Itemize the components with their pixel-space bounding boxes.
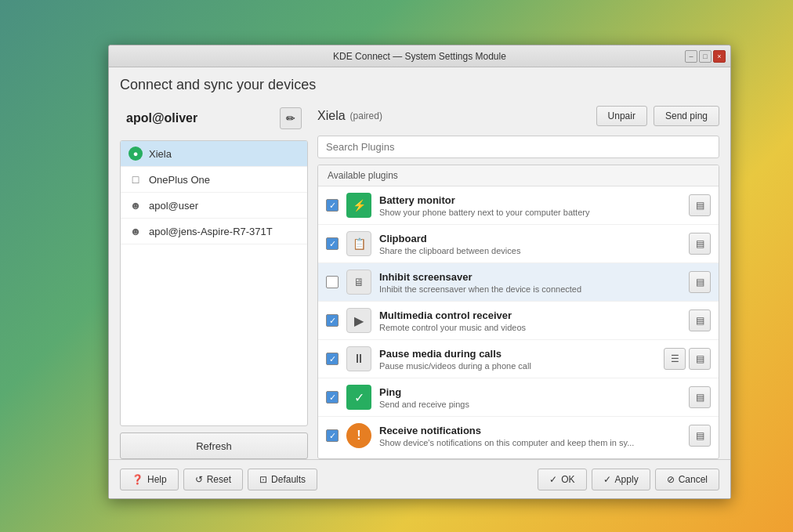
plugin-checkbox-notifications[interactable]: ✓ (326, 429, 339, 442)
plugins-container: Available plugins ✓ ⚡ Battery monitor Sh… (317, 165, 719, 459)
ok-button[interactable]: ✓ OK (538, 469, 586, 490)
plugin-settings-pause-media[interactable]: ▤ (689, 348, 711, 370)
plugin-checkbox-battery[interactable]: ✓ (326, 199, 339, 212)
plugin-settings-battery[interactable]: ▤ (689, 194, 711, 216)
user-name: apol@oliver (126, 111, 197, 125)
plugin-checkbox-screensaver[interactable] (326, 276, 339, 288)
plugin-item-pause-media: ✓ ⏸ Pause media during calls Pause music… (318, 340, 719, 378)
search-plugins-input[interactable] (317, 136, 719, 158)
selected-device-name: Xiela (317, 109, 346, 123)
maximize-button[interactable]: □ (699, 50, 712, 63)
plugin-desc-ping: Send and receive pings (379, 400, 681, 409)
plugin-checkbox-pause-media[interactable]: ✓ (326, 353, 339, 365)
plugin-settings-multimedia[interactable]: ▤ (689, 309, 711, 331)
device-item-apol-user[interactable]: ☻ apol@user (121, 193, 307, 219)
apply-button[interactable]: ✓ Apply (592, 469, 650, 490)
plugins-header: Available plugins (318, 165, 719, 186)
bottom-right-buttons: ✓ OK ✓ Apply ⊘ Cancel (538, 469, 719, 490)
plugin-name-clipboard: Clipboard (379, 233, 681, 244)
reset-label: Reset (207, 474, 231, 485)
plugin-settings-clipboard[interactable]: ▤ (689, 233, 711, 255)
plugin-desc-multimedia: Remote control your music and videos (379, 323, 681, 332)
device-label-oneplus: OnePlus One (149, 174, 210, 186)
main-area: apol@oliver ✏ ● Xiela □ OnePlus One ☻ ap… (120, 103, 719, 459)
ok-label: OK (561, 474, 574, 485)
screensaver-plugin-icon: 🖥 (346, 270, 371, 295)
user-header: apol@oliver ✏ (120, 103, 308, 134)
plugin-info-battery: Battery monitor Show your phone battery … (379, 194, 681, 217)
plugin-desc-notifications: Show device's notifications on this comp… (379, 438, 681, 447)
plugin-info-multimedia: Multimedia control receiver Remote contr… (379, 309, 681, 332)
unpair-button[interactable]: Unpair (596, 106, 647, 126)
plugin-info-ping: Ping Send and receive pings (379, 386, 681, 409)
device-item-xiela[interactable]: ● Xiela (121, 141, 307, 167)
plugin-item-ping: ✓ ✓ Ping Send and receive pings ▤ (318, 378, 719, 417)
right-panel: Xiela (paired) Unpair Send ping Availabl… (317, 103, 719, 459)
notifications-plugin-icon: ! (346, 423, 371, 448)
titlebar: KDE Connect — System Settings Module – □… (109, 45, 730, 67)
plugin-desc-battery: Show your phone battery next to your com… (379, 208, 681, 217)
refresh-button[interactable]: Refresh (120, 432, 308, 459)
minimize-button[interactable]: – (685, 50, 697, 63)
plugin-name-notifications: Receive notifications (379, 425, 681, 436)
pause-media-plugin-icon: ⏸ (346, 346, 371, 371)
ping-plugin-icon: ✓ (346, 385, 371, 410)
phone-icon: □ (129, 172, 143, 186)
plugin-name-ping: Ping (379, 386, 681, 398)
plugin-item-multimedia: ✓ ▶ Multimedia control receiver Remote c… (318, 302, 719, 340)
window-title: KDE Connect — System Settings Module (333, 51, 506, 62)
window-controls: – □ × (685, 50, 726, 63)
device-actions: Unpair Send ping (596, 106, 719, 126)
bottom-left-buttons: ❓ Help ↺ Reset ⊡ Defaults (120, 469, 317, 490)
plugin-extra-pause-media[interactable]: ☰ (664, 348, 686, 370)
close-button[interactable]: × (713, 50, 726, 63)
battery-plugin-icon: ⚡ (346, 193, 371, 218)
help-button[interactable]: ❓ Help (120, 469, 179, 490)
plugin-desc-screensaver: Inhibit the screensaver when the device … (379, 284, 681, 294)
reset-button[interactable]: ↺ Reset (183, 469, 243, 490)
bottom-bar: ❓ Help ↺ Reset ⊡ Defaults ✓ OK ✓ Apply ⊘ (109, 459, 730, 498)
help-label: Help (147, 474, 167, 485)
device-label-apol-user: apol@user (149, 200, 198, 212)
cancel-button[interactable]: ⊘ Cancel (655, 469, 719, 490)
cancel-icon: ⊘ (667, 474, 675, 485)
plugin-item-clipboard: ✓ 📋 Clipboard Share the clipboard betwee… (318, 225, 719, 263)
plugin-info-screensaver: Inhibit screensaver Inhibit the screensa… (379, 271, 681, 294)
connected-icon: ● (129, 147, 143, 161)
reset-icon: ↺ (195, 474, 203, 485)
plugin-settings-ping[interactable]: ▤ (689, 386, 711, 408)
send-ping-button[interactable]: Send ping (654, 106, 719, 126)
device-item-apol-jens[interactable]: ☻ apol@jens-Aspire-R7-371T (121, 219, 307, 244)
pause-media-buttons: ☰ ▤ (664, 348, 711, 370)
plugin-item-screensaver: 🖥 Inhibit screensaver Inhibit the screen… (318, 263, 719, 302)
clipboard-plugin-icon: 📋 (346, 231, 371, 256)
paired-badge: (paired) (350, 110, 382, 121)
defaults-icon: ⊡ (259, 474, 267, 485)
multimedia-plugin-icon: ▶ (346, 308, 371, 333)
device-header: Xiela (paired) Unpair Send ping (317, 103, 719, 129)
main-window: KDE Connect — System Settings Module – □… (108, 45, 731, 499)
edit-user-button[interactable]: ✏ (280, 107, 302, 129)
left-panel: apol@oliver ✏ ● Xiela □ OnePlus One ☻ ap… (120, 103, 308, 459)
cancel-label: Cancel (679, 474, 708, 485)
plugin-item-battery: ✓ ⚡ Battery monitor Show your phone batt… (318, 186, 719, 225)
plugin-desc-clipboard: Share the clipboard between devices (379, 246, 681, 255)
device-list: ● Xiela □ OnePlus One ☻ apol@user ☻ apol… (120, 140, 308, 426)
plugin-name-battery: Battery monitor (379, 194, 681, 206)
device-item-oneplus[interactable]: □ OnePlus One (121, 167, 307, 193)
window-content: Connect and sync your devices apol@olive… (109, 67, 730, 459)
plugin-checkbox-multimedia[interactable]: ✓ (326, 314, 339, 327)
plugin-checkbox-clipboard[interactable]: ✓ (326, 237, 339, 250)
defaults-label: Defaults (271, 474, 306, 485)
plugin-desc-pause-media: Pause music/videos during a phone call (379, 361, 656, 371)
plugin-info-clipboard: Clipboard Share the clipboard between de… (379, 233, 681, 255)
plugin-settings-notifications[interactable]: ▤ (689, 425, 711, 447)
device-label-xiela: Xiela (149, 148, 172, 160)
plugin-checkbox-ping[interactable]: ✓ (326, 391, 339, 404)
page-title: Connect and sync your devices (120, 77, 719, 93)
help-icon: ❓ (132, 474, 143, 485)
plugin-settings-screensaver[interactable]: ▤ (689, 271, 711, 293)
defaults-button[interactable]: ⊡ Defaults (248, 469, 317, 490)
plugin-info-pause-media: Pause media during calls Pause music/vid… (379, 348, 656, 371)
apply-icon: ✓ (603, 474, 611, 485)
